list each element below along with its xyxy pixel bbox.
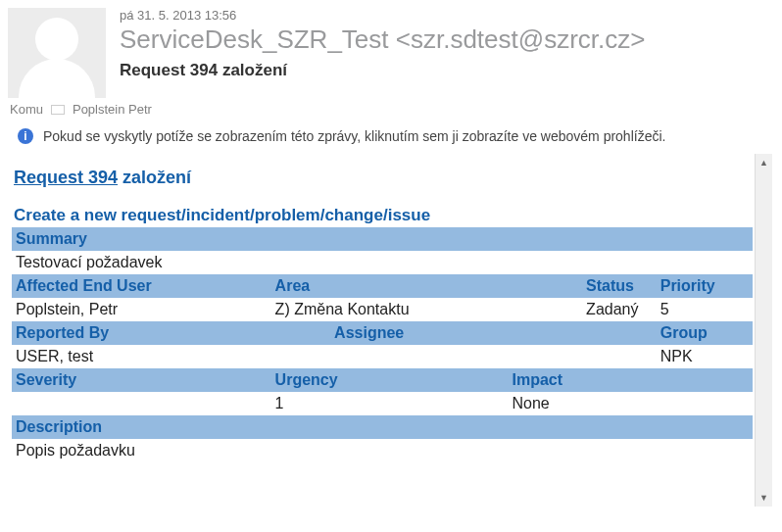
label-impact: Impact (509, 368, 753, 392)
scroll-down-icon[interactable]: ▼ (756, 489, 772, 507)
request-link[interactable]: Request 394 (14, 168, 118, 187)
value-group: NPK (657, 345, 753, 368)
contact-icon (51, 105, 65, 115)
label-severity: Severity (12, 368, 271, 392)
value-impact: None (509, 392, 753, 415)
label-affected-end-user: Affected End User (12, 274, 271, 298)
label-group: Group (657, 321, 753, 345)
info-icon: i (18, 128, 33, 144)
value-assignee (330, 345, 657, 368)
info-bar-text[interactable]: Pokud se vyskytly potíže se zobrazením t… (43, 128, 665, 144)
message-subject: Request 394 založení (120, 61, 645, 80)
label-priority: Priority (657, 274, 753, 298)
recipients-label: Komu (10, 102, 43, 117)
label-status: Status (582, 274, 657, 298)
label-area: Area (271, 274, 583, 298)
value-description: Popis požadavku (12, 439, 753, 462)
header-meta: pá 31. 5. 2013 13:56 ServiceDesk_SZR_Tes… (106, 8, 645, 80)
value-severity (12, 392, 271, 415)
message-header: pá 31. 5. 2013 13:56 ServiceDesk_SZR_Tes… (0, 0, 782, 98)
section-heading: Create a new request/incident/problem/ch… (12, 206, 753, 225)
label-reported-by: Reported By (12, 321, 330, 345)
label-urgency: Urgency (271, 368, 509, 392)
request-table: Summary Testovací požadavek Affected End… (12, 227, 753, 462)
sender-name: ServiceDesk_SZR_Test <szr.sdtest@szrcr.c… (120, 24, 645, 55)
avatar (8, 8, 106, 98)
message-body-frame: Request 394 založení Create a new reques… (10, 154, 772, 507)
value-status: Zadaný (582, 298, 657, 321)
message-body: Request 394 založení Create a new reques… (10, 154, 755, 507)
value-urgency: 1 (271, 392, 509, 415)
value-area: Z) Změna Kontaktu (271, 298, 583, 321)
value-reported-by: USER, test (12, 345, 330, 368)
body-title-rest: založení (118, 168, 191, 187)
value-summary: Testovací požadavek (12, 251, 753, 274)
label-assignee: Assignee (330, 321, 657, 345)
timestamp: pá 31. 5. 2013 13:56 (120, 8, 645, 23)
scroll-up-icon[interactable]: ▲ (756, 154, 772, 171)
info-bar[interactable]: i Pokud se vyskytly potíže se zobrazením… (0, 122, 782, 154)
label-description: Description (12, 415, 753, 439)
body-title: Request 394 založení (12, 168, 753, 188)
value-priority: 5 (657, 298, 753, 321)
recipients-value: Poplstein Petr (73, 102, 152, 117)
label-summary: Summary (12, 227, 753, 251)
scrollbar[interactable]: ▲ ▼ (755, 154, 772, 507)
recipients-row: Komu Poplstein Petr (0, 98, 782, 122)
value-affected-end-user: Poplstein, Petr (12, 298, 271, 321)
